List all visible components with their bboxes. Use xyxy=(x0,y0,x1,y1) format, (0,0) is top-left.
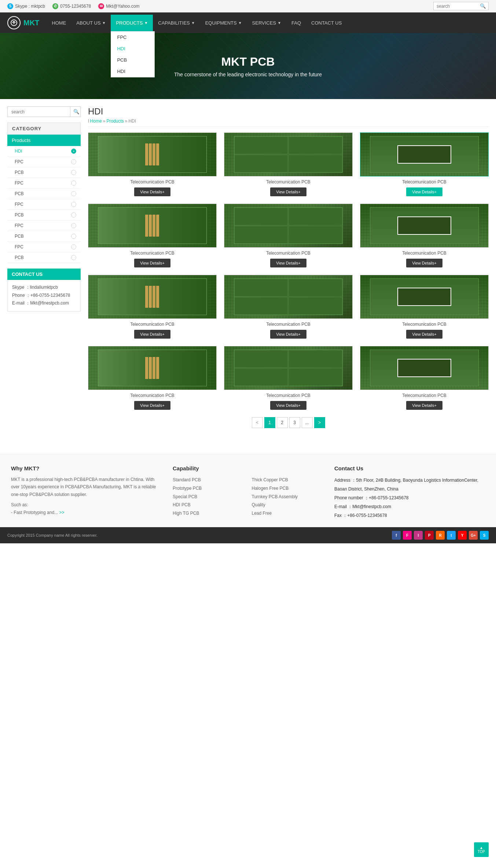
sidebar-item-pcb-2[interactable]: PCB xyxy=(7,189,81,199)
product-card-0: Telecomunication PCB View Details+ xyxy=(88,132,217,196)
contact-email: E-mail ：Mkt@finestpcb.com xyxy=(12,299,76,307)
product-name-6: Telecomunication PCB xyxy=(88,322,217,327)
dropdown-hdi[interactable]: HDI xyxy=(111,43,154,54)
top-search-input[interactable] xyxy=(434,3,478,10)
skype-contact: S Skype : mktpcb xyxy=(7,3,45,9)
view-details-btn-6[interactable]: View Details+ xyxy=(134,330,170,339)
view-details-btn-11[interactable]: View Details+ xyxy=(406,401,442,410)
rss-icon[interactable]: R xyxy=(436,531,445,540)
sidebar-item-fpc-2[interactable]: FPC xyxy=(7,178,81,189)
twitter-icon[interactable]: t xyxy=(447,531,456,540)
sidebar-item-pcb-3[interactable]: PCB xyxy=(7,210,81,220)
product-image-5 xyxy=(360,204,489,248)
product-image-6 xyxy=(88,275,217,319)
product-grid: Telecomunication PCB View Details+ Telec… xyxy=(88,132,489,410)
category-title: CATEGORY xyxy=(7,123,81,135)
product-card-6: Telecomunication PCB View Details+ xyxy=(88,275,217,339)
flickr-icon[interactable]: F xyxy=(403,531,412,540)
cap-item-8[interactable]: Quality xyxy=(252,501,324,509)
prev-page-btn[interactable]: < xyxy=(252,417,263,428)
cap-item-6[interactable]: Halogen Free PCB xyxy=(252,484,324,493)
sidebar-search[interactable]: 🔍 xyxy=(7,106,81,117)
product-card-5: Telecomunication PCB View Details+ xyxy=(360,204,489,267)
nav-about[interactable]: ABOUT US▼ xyxy=(71,15,111,31)
sidebar-item-hdi[interactable]: HDI xyxy=(7,146,81,157)
why-sub: Such as: xyxy=(11,501,162,508)
dropdown-hdi2[interactable]: HDI xyxy=(111,66,154,77)
pinterest-icon[interactable]: P xyxy=(425,531,434,540)
nav-bar: MKT HOME ABOUT US▼ PRODUCTS▼ FPC HDI PCB… xyxy=(0,12,496,33)
view-details-btn-2[interactable]: View Details+ xyxy=(406,187,442,196)
product-image-9 xyxy=(88,346,217,390)
cap-item-0[interactable]: Standard PCB xyxy=(173,476,245,484)
hdi-dot xyxy=(71,149,76,154)
google-plus-icon[interactable]: G+ xyxy=(469,531,478,540)
facebook-icon[interactable]: f xyxy=(392,531,401,540)
footer-capability: Capability Standard PCB Prototype PCB Sp… xyxy=(173,465,323,520)
products-dropdown: FPC HDI PCB HDI xyxy=(111,31,155,77)
sidebar-item-pcb-1[interactable]: PCB xyxy=(7,167,81,178)
sidebar-item-fpc-5[interactable]: FPC xyxy=(7,242,81,252)
product-name-1: Telecomunication PCB xyxy=(224,179,353,185)
instagram-icon[interactable]: I xyxy=(414,531,423,540)
top-search[interactable]: 🔍 xyxy=(433,2,489,10)
top-search-button[interactable]: 🔍 xyxy=(478,2,488,10)
skype-label: Skype : mktpcb xyxy=(15,4,45,9)
page-btn-3[interactable]: 3 xyxy=(289,417,300,428)
cap-item-2[interactable]: Special PCB xyxy=(173,493,245,501)
nav-faq[interactable]: FAQ xyxy=(286,15,306,31)
product-name-0: Telecomunication PCB xyxy=(88,179,217,185)
view-details-btn-0[interactable]: View Details+ xyxy=(134,187,170,196)
nav-capabilities[interactable]: CAPABILITIES▼ xyxy=(153,15,200,31)
next-page-btn[interactable]: > xyxy=(314,417,325,428)
hero-banner: MKT PCB The cornerstone of the leading e… xyxy=(0,33,496,99)
breadcrumb-home[interactable]: Home xyxy=(90,118,102,124)
view-details-btn-7[interactable]: View Details+ xyxy=(270,330,306,339)
dropdown-fpc[interactable]: FPC xyxy=(111,32,154,43)
capability-title: Capability xyxy=(173,465,323,471)
social-icons: f F I P R t Y G+ S xyxy=(392,531,489,540)
product-card-1: Telecomunication PCB View Details+ xyxy=(224,132,353,196)
nav-contact[interactable]: CONTACT US xyxy=(306,15,347,31)
cap-item-3[interactable]: HDI PCB xyxy=(173,501,245,509)
dropdown-pcb[interactable]: PCB xyxy=(111,54,154,66)
page-btn-1[interactable]: 1 xyxy=(264,417,275,428)
nav-home[interactable]: HOME xyxy=(47,15,71,31)
product-name-7: Telecomunication PCB xyxy=(224,322,353,327)
cap-item-4[interactable]: High TG PCB xyxy=(173,509,245,518)
view-details-btn-1[interactable]: View Details+ xyxy=(270,187,306,196)
breadcrumb-products[interactable]: Products xyxy=(106,118,124,124)
nav-products[interactable]: PRODUCTS▼ FPC HDI PCB HDI xyxy=(111,15,153,31)
view-details-btn-4[interactable]: View Details+ xyxy=(270,259,306,267)
nav-services[interactable]: SERVICES▼ xyxy=(247,15,286,31)
nav-equipments[interactable]: EQUIPMENTS▼ xyxy=(200,15,247,31)
email-label: Mkt@Yahoo.com xyxy=(106,4,139,9)
product-card-7: Telecomunication PCB View Details+ xyxy=(224,275,353,339)
view-details-btn-3[interactable]: View Details+ xyxy=(134,259,170,267)
view-details-btn-5[interactable]: View Details+ xyxy=(406,259,442,267)
view-details-btn-8[interactable]: View Details+ xyxy=(406,330,442,339)
sidebar-item-fpc-3[interactable]: FPC xyxy=(7,199,81,210)
youtube-icon[interactable]: Y xyxy=(458,531,467,540)
sidebar-item-pcb-5[interactable]: PCB xyxy=(7,252,81,263)
product-name-8: Telecomunication PCB xyxy=(360,322,489,327)
skype-social-icon[interactable]: S xyxy=(480,531,489,540)
logo[interactable]: MKT xyxy=(7,12,47,33)
why-more-link[interactable]: >> xyxy=(59,510,64,515)
product-image-8 xyxy=(360,275,489,319)
cap-item-9[interactable]: Lead Free xyxy=(252,509,324,518)
main-container: 🔍 CATEGORY Products HDI FPC PCB FPC PCB … xyxy=(0,99,496,446)
cap-item-5[interactable]: Thick Copper PCB xyxy=(252,476,324,484)
page-btn-2[interactable]: 2 xyxy=(277,417,288,428)
sidebar-search-input[interactable] xyxy=(8,107,70,117)
dot-5 xyxy=(71,202,76,207)
footer-email: E-mail ：Mkt@finestpcb.com xyxy=(334,502,485,511)
view-details-btn-9[interactable]: View Details+ xyxy=(134,401,170,410)
cap-item-7[interactable]: Turnkey PCB Assembly xyxy=(252,493,324,501)
sidebar-item-pcb-4[interactable]: PCB xyxy=(7,231,81,242)
sidebar-item-fpc-1[interactable]: FPC xyxy=(7,157,81,167)
view-details-btn-10[interactable]: View Details+ xyxy=(270,401,306,410)
product-card-9: Telecomunication PCB View Details+ xyxy=(88,346,217,410)
cap-item-1[interactable]: Prototype PCB xyxy=(173,484,245,493)
sidebar-item-fpc-4[interactable]: FPC xyxy=(7,220,81,231)
